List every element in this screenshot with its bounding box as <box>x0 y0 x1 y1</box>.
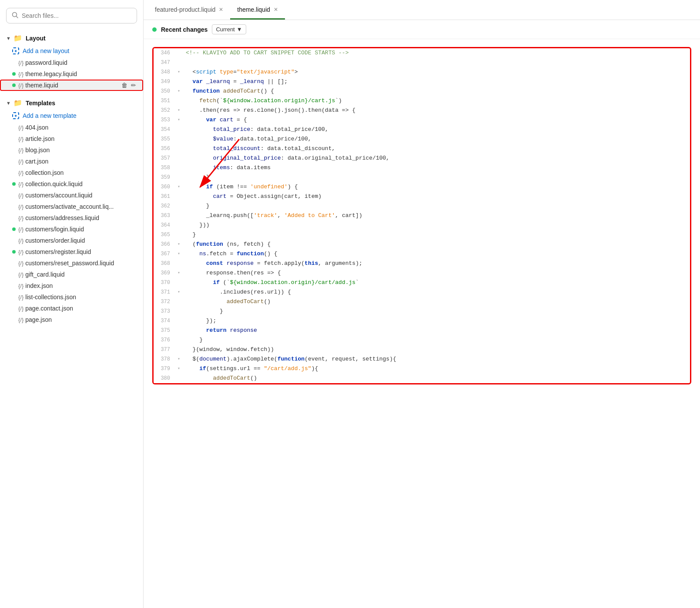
line-content: var cart = { <box>182 115 690 125</box>
line-number: 380 <box>154 374 175 383</box>
line-number: 367 <box>154 249 175 259</box>
code-line: 365 } <box>154 230 690 240</box>
status-dot <box>152 27 157 32</box>
templates-section-label: Templates <box>26 100 55 107</box>
file-customers-account[interactable]: {/} customers/account.liquid <box>0 190 143 201</box>
file-404-json[interactable]: {/} 404.json <box>0 122 143 133</box>
file-prefix: {/} <box>18 192 23 199</box>
file-customers-register[interactable]: {/} customers/register.liquid <box>0 246 143 257</box>
file-name: customers/addresses.liquid <box>25 214 99 221</box>
add-layout-label: Add a new layout <box>23 47 69 54</box>
main-content: featured-product.liquid ✕ theme.liquid ✕… <box>144 0 700 608</box>
file-customers-addresses[interactable]: {/} customers/addresses.liquid <box>0 212 143 224</box>
file-prefix: {/} <box>18 60 23 66</box>
collapse-arrow[interactable]: ▾ <box>175 182 182 192</box>
code-line: 374 }); <box>154 316 690 326</box>
tab-close-icon[interactable]: ✕ <box>219 7 223 13</box>
collapse-arrow[interactable]: ▾ <box>175 287 182 297</box>
tab-label: theme.liquid <box>237 6 270 13</box>
collapse-arrow[interactable]: ▾ <box>175 67 182 77</box>
tab-theme-liquid[interactable]: theme.liquid ✕ <box>230 0 285 20</box>
line-content: total_price: data.total_price/100, <box>182 125 690 134</box>
file-collection-json[interactable]: {/} collection.json <box>0 167 143 178</box>
file-cart-json[interactable]: {/} cart.json <box>0 156 143 167</box>
collapse-arrow[interactable]: ▾ <box>175 268 182 278</box>
line-number: 365 <box>154 230 175 240</box>
file-article-json[interactable]: {/} article.json <box>0 133 143 144</box>
tab-close-icon[interactable]: ✕ <box>274 7 278 13</box>
line-number: 355 <box>154 134 175 144</box>
line-content: addedToCart() <box>182 374 690 383</box>
search-bar[interactable] <box>6 8 137 23</box>
file-theme-legacy-liquid[interactable]: {/} theme.legacy.liquid <box>0 68 143 80</box>
line-content: <!-- KLAVIYO ADD TO CART SNIPPET CODE ST… <box>182 48 690 58</box>
collapse-arrow[interactable]: ▾ <box>175 106 182 115</box>
templates-chevron-icon[interactable]: ▼ <box>6 100 11 106</box>
code-line: 364 })) <box>154 220 690 230</box>
line-content: .includes(res.url)) { <box>182 287 690 297</box>
current-dropdown[interactable]: Current ▼ <box>212 24 246 34</box>
delete-button[interactable]: 🗑 <box>121 82 127 89</box>
line-content: } <box>182 201 690 211</box>
file-index-json[interactable]: {/} index.json <box>0 280 143 291</box>
line-number: 356 <box>154 144 175 154</box>
edit-button[interactable]: ✏ <box>131 82 136 89</box>
collapse-arrow[interactable]: ▾ <box>175 249 182 259</box>
line-number: 362 <box>154 201 175 211</box>
file-customers-login[interactable]: {/} customers/login.liquid <box>0 224 143 235</box>
code-line: 373 } <box>154 307 690 316</box>
search-icon <box>12 12 18 20</box>
add-template-link[interactable]: ✦ Add a new template <box>0 110 143 122</box>
file-theme-liquid[interactable]: {/} theme.liquid 🗑 ✏ <box>0 80 143 91</box>
line-content: } <box>182 335 690 345</box>
file-customers-activate[interactable]: {/} customers/activate_account.liq... <box>0 201 143 212</box>
collapse-arrow[interactable]: ▾ <box>175 354 182 364</box>
code-line: 347 <box>154 58 690 67</box>
line-number: 352 <box>154 106 175 115</box>
code-line: 372 addedToCart() <box>154 297 690 307</box>
file-customers-order[interactable]: {/} customers/order.liquid <box>0 235 143 246</box>
layout-section-label: Layout <box>26 35 46 42</box>
file-collection-quick[interactable]: {/} collection.quick.liquid <box>0 178 143 190</box>
tab-featured-product[interactable]: featured-product.liquid ✕ <box>148 0 230 20</box>
code-editor[interactable]: 346 <!-- KLAVIYO ADD TO CART SNIPPET COD… <box>144 39 700 608</box>
add-layout-link[interactable]: ✦ Add a new layout <box>0 45 143 57</box>
line-number: 364 <box>154 220 175 230</box>
file-prefix: {/} <box>18 317 23 323</box>
code-line: 355 $value: data.total_price/100, <box>154 134 690 144</box>
line-number: 369 <box>154 268 175 278</box>
file-list-collections[interactable]: {/} list-collections.json <box>0 291 143 303</box>
file-gift-card[interactable]: {/} gift_card.liquid <box>0 269 143 280</box>
line-content: total_discount: data.total_discount, <box>182 144 690 154</box>
file-prefix: {/} <box>18 271 23 278</box>
code-line: 346 <!-- KLAVIYO ADD TO CART SNIPPET COD… <box>154 48 690 58</box>
search-input[interactable] <box>22 12 131 19</box>
line-number: 349 <box>154 77 175 87</box>
collapse-arrow[interactable]: ▾ <box>175 115 182 125</box>
file-prefix: {/} <box>18 260 23 267</box>
code-line: 356 total_discount: data.total_discount, <box>154 144 690 154</box>
collapse-arrow[interactable]: ▾ <box>175 240 182 249</box>
file-prefix: {/} <box>18 237 23 244</box>
file-prefix: {/} <box>18 158 23 165</box>
collapse-arrow[interactable]: ▾ <box>175 87 182 96</box>
file-password-liquid[interactable]: {/} password.liquid <box>0 57 143 68</box>
line-content: function addedToCart() { <box>182 87 690 96</box>
file-blog-json[interactable]: {/} blog.json <box>0 144 143 156</box>
file-page-contact[interactable]: {/} page.contact.json <box>0 303 143 314</box>
line-content: ns.fetch = function() { <box>182 249 690 259</box>
line-content: _learnq.push(['track', 'Added to Cart', … <box>182 211 690 220</box>
file-prefix: {/} <box>18 71 23 77</box>
line-number: 379 <box>154 364 175 374</box>
code-line: 367 ▾ ns.fetch = function() { <box>154 249 690 259</box>
line-number: 374 <box>154 316 175 326</box>
file-name: 404.json <box>25 124 48 131</box>
file-page-json[interactable]: {/} page.json <box>0 314 143 325</box>
line-content: $value: data.total_price/100, <box>182 134 690 144</box>
collapse-arrow[interactable]: ▾ <box>175 364 182 374</box>
dot-indicator <box>12 72 16 76</box>
code-line: 368 const response = fetch.apply(this, a… <box>154 259 690 268</box>
layout-chevron-icon[interactable]: ▼ <box>6 36 11 41</box>
file-customers-reset[interactable]: {/} customers/reset_password.liquid <box>0 257 143 269</box>
file-name: gift_card.liquid <box>25 271 64 278</box>
